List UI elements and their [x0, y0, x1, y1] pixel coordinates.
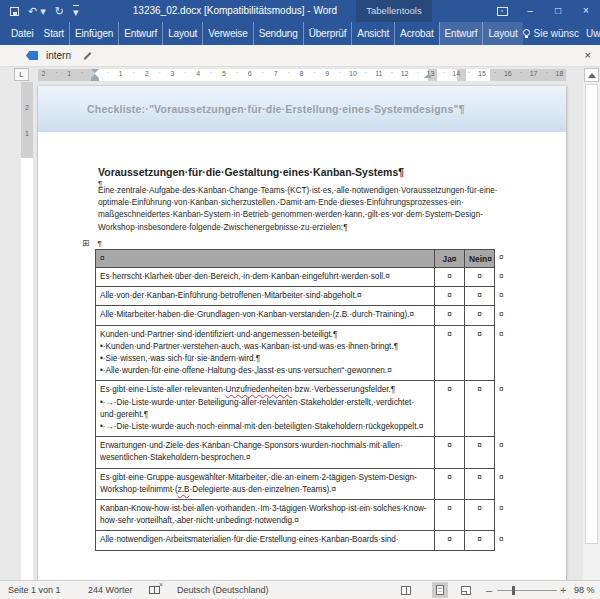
ribbon-tab-ansicht[interactable]: Ansicht [351, 22, 394, 45]
table-cell-ja[interactable]: ¤ [435, 437, 465, 468]
table-cell-nein[interactable]: ¤ [465, 287, 495, 306]
table-cell-nein[interactable]: ¤ [465, 381, 495, 437]
zoom-slider-track[interactable] [497, 590, 557, 591]
table-row: Kunden·​und·​Partner·​sind·​identifizier… [95, 326, 515, 382]
signed-in-user[interactable]: Uwe Ling... [586, 28, 600, 39]
table-cell-text[interactable]: Erwartungen·​und·​Ziele·​des·​Kanban·​Ch… [95, 437, 435, 468]
ruler-tick: · [262, 69, 264, 76]
ruler-number: 7 [271, 70, 281, 77]
ribbon-tab-datei[interactable]: Datei [6, 22, 39, 45]
table-cell-nein[interactable]: ¤ [465, 306, 495, 325]
web-layout-button[interactable] [458, 582, 474, 598]
table-cell-text[interactable]: Alle·​von·​der·​Kanban-Einführung·​betro… [95, 287, 435, 306]
table-cell-text[interactable]: Kanban-Know-how·​ist·​bei·​allen·​vorhan… [95, 500, 435, 531]
intro-paragraph: Eine·​zentrale·​Aufgabe·​des·​Kanban·​Ch… [98, 185, 517, 234]
ruler-number: 2 [38, 70, 48, 77]
edit-pencil-icon[interactable] [81, 51, 93, 61]
horizontal-ruler[interactable]: 21123456789101112131415161718···········… [38, 69, 566, 81]
page-indicator[interactable]: Seite 1 von 1 [8, 581, 61, 599]
table-row: Es·​gibt·​eine·​Gruppe·​ausgewählter·​Mi… [95, 469, 515, 500]
ruler-tick: · [81, 69, 83, 76]
table-cell-text[interactable]: Es·​herrscht·​Klarheit·​über·​den·​Berei… [95, 268, 435, 287]
right-indent-marker[interactable] [424, 74, 432, 78]
table-row: Es·​herrscht·​Klarheit·​über·​den·​Berei… [95, 268, 515, 287]
ribbon-tab-acrobat[interactable]: Acrobat [394, 22, 438, 45]
table-cell-nein[interactable]: ¤ [465, 437, 495, 468]
table-move-handle-icon[interactable]: ⊞ [82, 238, 90, 248]
ribbon-tab-sendung[interactable]: Sendung [253, 22, 303, 45]
customize-qat-icon[interactable]: ▾ [73, 5, 79, 18]
ribbon-tab-einfügen[interactable]: Einfügen [69, 22, 118, 45]
tell-me-button[interactable]: Sie wünsc [523, 28, 580, 39]
ribbon-tab-layout[interactable]: Layout [482, 22, 522, 45]
table-cell-ja[interactable]: ¤ [435, 287, 465, 306]
zoom-slider-handle[interactable] [512, 586, 515, 595]
table-cell-ja[interactable]: ¤ [435, 381, 465, 437]
undo-dropdown-icon[interactable]: ▾ [40, 6, 46, 17]
zoom-level[interactable]: 98 % [574, 581, 595, 599]
ribbon-tab-layout[interactable]: Layout [162, 22, 202, 45]
save-icon[interactable] [10, 7, 19, 16]
ribbon-tab-entwurf[interactable]: Entwurf [439, 22, 483, 45]
table-cell-nein[interactable]: ¤ [465, 326, 495, 382]
table-cell-ja[interactable]: ¤ [435, 531, 465, 550]
table-cell-text[interactable]: Alle·​Mitarbeiter·​haben·​die·​Grundlage… [95, 306, 435, 325]
vertical-scrollbar[interactable] [583, 82, 600, 580]
maximize-icon[interactable]: □ [544, 0, 572, 22]
table-cell-ja[interactable]: ¤ [435, 469, 465, 500]
ruler-number: 2 [142, 70, 152, 77]
tab-stop-selector[interactable]: L [14, 68, 29, 81]
table-cell-ja[interactable]: ¤ [435, 268, 465, 287]
table-header-nein[interactable]: Nein¤ [465, 249, 495, 268]
ruler-number: 16 [503, 70, 513, 77]
first-line-indent-marker[interactable] [91, 69, 99, 73]
read-mode-button[interactable] [398, 582, 414, 598]
document-page[interactable]: Checkliste:·​"Voraussetzungen·​für·​die·… [38, 86, 566, 580]
table-cell-ja[interactable]: ¤ [435, 306, 465, 325]
minimize-icon[interactable]: – [516, 0, 544, 22]
print-layout-button[interactable] [432, 582, 448, 598]
ruler-tick: · [442, 69, 444, 76]
ribbon-tab-entwurf[interactable]: Entwurf [118, 22, 162, 45]
ribbon-tab-verweise[interactable]: Verweise [202, 22, 252, 45]
close-icon[interactable]: × [572, 0, 600, 22]
table-cell-nein[interactable]: ¤ [465, 531, 495, 550]
ribbon-tab-bar: DateiStartEinfügenEntwurfLayoutVerweiseS… [0, 22, 600, 45]
table-header-col1[interactable]: ¤ [95, 249, 435, 268]
left-indent-marker[interactable] [91, 78, 99, 81]
sensitivity-bar-close-icon[interactable]: × [585, 50, 591, 61]
scroll-up-arrow[interactable] [584, 68, 599, 82]
zoom-in-button[interactable]: + [560, 581, 566, 599]
table-header-ja[interactable]: Ja¤ [435, 249, 465, 268]
redo-icon[interactable]: ↻ [55, 6, 64, 17]
table-cell-text[interactable]: Alle·​notwendigen·​Arbeitsmaterialien·​f… [95, 531, 435, 550]
table-cell-ja[interactable]: ¤ [435, 326, 465, 382]
table-cell-text[interactable]: Kunden·​und·​Partner·​sind·​identifizier… [95, 326, 435, 382]
scrollbar-thumb[interactable] [585, 84, 598, 544]
ribbon-tab-start[interactable]: Start [39, 22, 69, 45]
window-title: 13236_02.docx [Kompatibilitätsmodus] - W… [120, 0, 350, 22]
word-count[interactable]: 244 Wörter [88, 581, 133, 599]
table-cell-text[interactable]: Es·​gibt·​eine·​Gruppe·​ausgewählter·​Mi… [95, 469, 435, 500]
ruler-tick: · [133, 69, 135, 76]
sensitivity-label: intern [46, 50, 71, 61]
end-of-row-mark: ¤ [495, 249, 513, 268]
ruler-tick: · [391, 69, 393, 76]
ruler-tick: · [184, 69, 186, 76]
table-cell-nein[interactable]: ¤ [465, 500, 495, 531]
end-of-row-mark: ¤ [495, 268, 513, 287]
table-cell-ja[interactable]: ¤ [435, 500, 465, 531]
table-cell-nein[interactable]: ¤ [465, 469, 495, 500]
ribbon-tab-überprüf[interactable]: Überprüf [303, 22, 352, 45]
vertical-ruler[interactable]: 21 [21, 82, 33, 580]
undo-icon[interactable]: ↶ [28, 6, 37, 17]
zoom-out-button[interactable]: – [486, 581, 492, 599]
sensitivity-tag-icon [26, 51, 38, 60]
ribbon-display-options-icon[interactable]: ^ [488, 0, 516, 22]
table-cell-nein[interactable]: ¤ [465, 268, 495, 287]
print-layout-icon [436, 585, 444, 595]
proofing-status-icon[interactable] [149, 586, 160, 594]
table-cell-text[interactable]: Es·​gibt·​eine·​Liste·​aller·​relevanten… [95, 381, 435, 437]
ribbon-right-cluster: Sie wünsc Uwe Ling... Freigeben [523, 22, 600, 45]
language-indicator[interactable]: Deutsch (Deutschland) [177, 581, 269, 599]
